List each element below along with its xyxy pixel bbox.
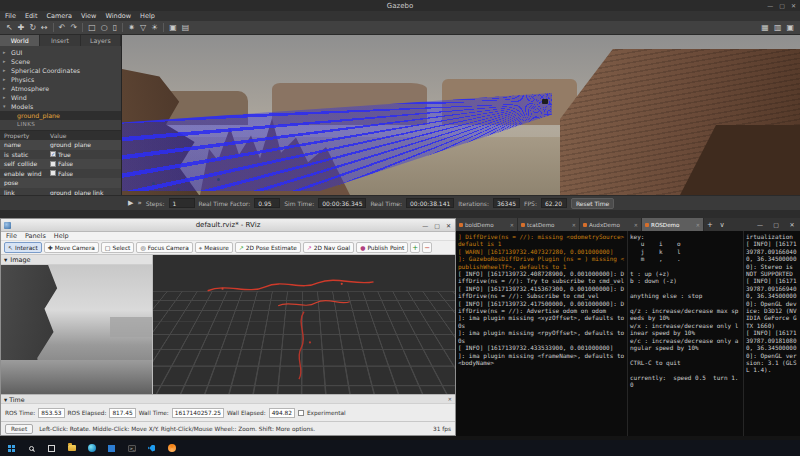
- table-row[interactable]: pose: [0, 178, 121, 188]
- terminal-tab-4-active[interactable]: ROSDemo ✕: [642, 218, 704, 231]
- tree-item-gui[interactable]: GUI: [0, 48, 121, 57]
- terminal-pane-gpu-log[interactable]: irtualization [ INFO] [1617139787.091660…: [744, 231, 800, 436]
- experimental-checkbox[interactable]: [298, 410, 304, 416]
- data-logger-icon[interactable]: ▤: [182, 23, 190, 32]
- tool-2d-pose-estimate[interactable]: ↗ 2D Pose Estimate: [235, 242, 301, 253]
- tab-close-icon[interactable]: ✕: [696, 222, 700, 228]
- gazebo-titlebar[interactable]: Gazebo — ▢ ✕: [0, 0, 800, 11]
- select-icon[interactable]: ↖: [6, 23, 13, 32]
- screenshot-icon[interactable]: ▣: [169, 23, 177, 32]
- menu-file[interactable]: File: [5, 12, 16, 20]
- tab-layers[interactable]: Layers: [81, 35, 121, 46]
- collapse-icon[interactable]: ▾: [4, 256, 7, 264]
- view-full-icon[interactable]: ▣: [786, 23, 794, 32]
- directional-light-icon[interactable]: ☀: [151, 23, 158, 32]
- close-icon[interactable]: ✕: [446, 222, 451, 229]
- sphere-icon[interactable]: ○: [101, 23, 108, 32]
- task-view-button[interactable]: [42, 441, 61, 455]
- remove-tool-button[interactable]: −: [422, 242, 432, 253]
- tree-item-scene[interactable]: Scene: [0, 57, 121, 66]
- gazebo-app-button[interactable]: [162, 441, 181, 455]
- rviz-titlebar[interactable]: default.rviz* - RViz — ▢ ✕: [1, 219, 455, 232]
- steps-stepper[interactable]: 1: [169, 198, 195, 208]
- translate-icon[interactable]: ✚: [18, 23, 25, 32]
- search-button[interactable]: [22, 441, 41, 455]
- tab-close-icon[interactable]: ✕: [634, 222, 638, 228]
- close-icon[interactable]: ✕: [791, 2, 796, 9]
- point-light-icon[interactable]: ✷: [128, 23, 135, 32]
- table-row[interactable]: self_collide False: [0, 159, 121, 169]
- table-row[interactable]: name ground_plane: [0, 140, 121, 150]
- scale-icon[interactable]: ↔: [41, 23, 48, 32]
- tab-close-icon[interactable]: ✕: [510, 222, 514, 228]
- maximize-icon[interactable]: ▢: [768, 218, 784, 231]
- view-split-icon[interactable]: ▥: [774, 23, 782, 32]
- step-icon[interactable]: »: [137, 199, 141, 207]
- terminal-tab-3[interactable]: AudxDemo ✕: [580, 218, 642, 231]
- minimize-icon[interactable]: —: [752, 218, 768, 231]
- tree-item-models[interactable]: Models: [0, 102, 121, 111]
- tool-select[interactable]: ▢ Select: [101, 242, 135, 253]
- menu-panels[interactable]: Panels: [25, 232, 46, 240]
- menu-edit[interactable]: Edit: [25, 12, 38, 20]
- table-row[interactable]: enable_wind False: [0, 169, 121, 179]
- start-button[interactable]: [2, 441, 21, 455]
- box-icon[interactable]: □: [88, 23, 96, 32]
- rotate-icon[interactable]: ↻: [29, 23, 36, 32]
- close-icon[interactable]: ✕: [784, 218, 800, 231]
- edge-button[interactable]: [82, 441, 101, 455]
- tab-dropdown-icon[interactable]: ∨: [716, 218, 728, 231]
- tool-move-camera[interactable]: ✚ Move Camera: [44, 242, 99, 253]
- terminal-tab-2[interactable]: tcatDemo ✕: [518, 218, 580, 231]
- minimize-icon[interactable]: —: [422, 222, 428, 229]
- table-row[interactable]: is_static True: [0, 150, 121, 160]
- tool-focus-camera[interactable]: ◎ Focus Camera: [136, 242, 192, 253]
- view-grid-icon[interactable]: ▦: [761, 23, 769, 32]
- cylinder-icon[interactable]: ▯: [113, 23, 117, 32]
- menu-camera[interactable]: Camera: [46, 12, 72, 20]
- terminal-button[interactable]: [122, 441, 141, 455]
- rviz-3d-viewport[interactable]: [153, 255, 455, 394]
- menu-help[interactable]: Help: [54, 232, 69, 240]
- store-button[interactable]: [102, 441, 121, 455]
- reset-button[interactable]: Reset: [5, 424, 33, 434]
- maximize-icon[interactable]: ▢: [779, 2, 785, 9]
- menu-help[interactable]: Help: [140, 12, 155, 20]
- redo-icon[interactable]: ↷: [71, 23, 78, 32]
- tree-item-wind[interactable]: Wind: [0, 93, 121, 102]
- tree-item-ground-plane-selected[interactable]: ground_plane: [0, 111, 121, 120]
- terminal-pane-ros-log[interactable]: ] DiffDrive(ns = //): missing <odometryS…: [456, 231, 628, 436]
- terminal-tab-1[interactable]: boldDemo ✕: [456, 218, 518, 231]
- spot-light-icon[interactable]: ▽: [140, 23, 146, 32]
- image-panel-header[interactable]: ▾ Image: [1, 255, 152, 265]
- tab-close-icon[interactable]: ✕: [572, 222, 576, 228]
- tool-2d-nav-goal[interactable]: ↗ 2D Nav Goal: [303, 242, 354, 253]
- checkbox-unchecked-icon[interactable]: [50, 161, 56, 167]
- collapse-icon[interactable]: ▾: [4, 396, 7, 403]
- tool-publish-point[interactable]: ● Publish Point: [356, 242, 408, 253]
- maximize-icon[interactable]: ▢: [434, 222, 440, 229]
- checkbox-unchecked-icon[interactable]: [50, 170, 56, 176]
- minimize-icon[interactable]: —: [767, 2, 773, 9]
- terminal-pane-teleop[interactable]: key: u i o j k l m , . t : up (+z) b : d…: [628, 231, 744, 436]
- play-icon[interactable]: ▶: [128, 199, 133, 207]
- tab-insert[interactable]: Insert: [40, 35, 80, 46]
- menu-file[interactable]: File: [6, 232, 17, 240]
- checkbox-checked-icon[interactable]: [50, 151, 56, 157]
- new-tab-button[interactable]: +: [704, 218, 716, 231]
- tree-item-spherical-coordinates[interactable]: Spherical Coordinates: [0, 66, 121, 75]
- reset-time-button[interactable]: Reset Time: [571, 198, 614, 209]
- menu-window[interactable]: Window: [105, 12, 131, 20]
- panel-close-icon[interactable]: ✕: [448, 396, 452, 402]
- tool-interact[interactable]: ↖ Interact: [4, 242, 42, 253]
- menu-view[interactable]: View: [81, 12, 96, 20]
- time-panel-header[interactable]: ▾ Time ✕: [1, 395, 455, 404]
- tree-item-atmosphere[interactable]: Atmosphere: [0, 84, 121, 93]
- undo-icon[interactable]: ↶: [59, 23, 66, 32]
- gazebo-3d-viewport[interactable]: [122, 35, 800, 195]
- tool-measure[interactable]: ⌖ Measure: [195, 242, 233, 253]
- vscode-button[interactable]: [142, 441, 161, 455]
- tree-item-physics[interactable]: Physics: [0, 75, 121, 84]
- file-explorer-button[interactable]: [62, 441, 81, 455]
- tab-world[interactable]: World: [0, 35, 40, 46]
